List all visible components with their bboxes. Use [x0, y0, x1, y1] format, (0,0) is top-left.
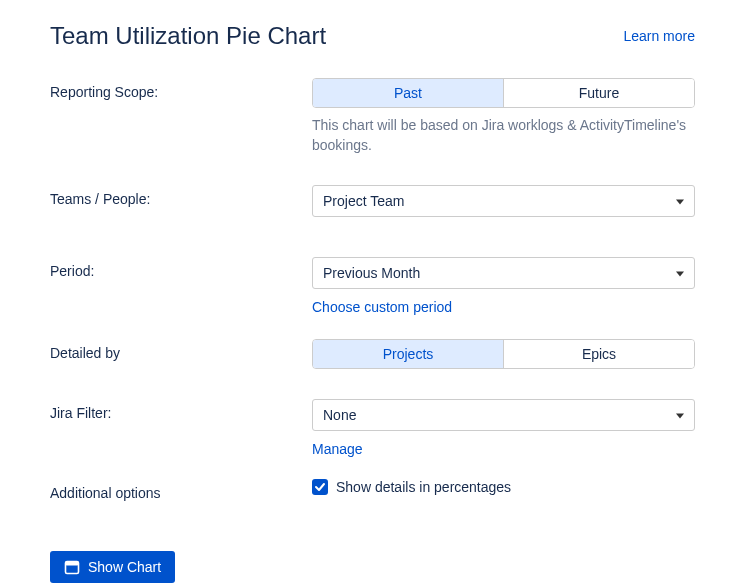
teams-select[interactable]: Project Team [312, 185, 695, 217]
scope-future-button[interactable]: Future [504, 79, 694, 107]
detailed-by-label: Detailed by [50, 339, 312, 361]
period-select-value: Previous Month [323, 265, 420, 281]
teams-label: Teams / People: [50, 185, 312, 207]
period-select[interactable]: Previous Month [312, 257, 695, 289]
jira-filter-row: Jira Filter: None Manage [50, 399, 695, 457]
show-chart-button[interactable]: Show Chart [50, 551, 175, 583]
teams-row: Teams / People: Project Team [50, 185, 695, 217]
calendar-icon [64, 559, 80, 575]
period-row: Period: Previous Month Choose custom per… [50, 257, 695, 315]
jira-filter-value: None [323, 407, 356, 423]
jira-filter-label: Jira Filter: [50, 399, 312, 421]
reporting-scope-label: Reporting Scope: [50, 78, 312, 100]
detailed-by-row: Detailed by Projects Epics [50, 339, 695, 369]
custom-period-link[interactable]: Choose custom period [312, 299, 452, 315]
detailed-by-toggle: Projects Epics [312, 339, 695, 369]
additional-options-label: Additional options [50, 479, 312, 501]
show-chart-label: Show Chart [88, 559, 161, 575]
show-details-checkbox[interactable] [312, 479, 328, 495]
header: Team Utilization Pie Chart Learn more [50, 22, 695, 50]
chart-config-form: Team Utilization Pie Chart Learn more Re… [0, 0, 745, 584]
svg-rect-1 [66, 562, 79, 566]
period-label: Period: [50, 257, 312, 279]
scope-help-text: This chart will be based on Jira worklog… [312, 116, 695, 155]
page-title: Team Utilization Pie Chart [50, 22, 326, 50]
show-details-label: Show details in percentages [336, 479, 511, 495]
reporting-scope-toggle: Past Future [312, 78, 695, 108]
manage-filter-link[interactable]: Manage [312, 441, 363, 457]
jira-filter-select[interactable]: None [312, 399, 695, 431]
teams-select-value: Project Team [323, 193, 404, 209]
scope-past-button[interactable]: Past [313, 79, 504, 107]
detailed-epics-button[interactable]: Epics [504, 340, 694, 368]
learn-more-link[interactable]: Learn more [623, 28, 695, 44]
additional-options-row: Additional options Show details in perce… [50, 479, 695, 501]
reporting-scope-row: Reporting Scope: Past Future This chart … [50, 78, 695, 155]
check-icon [314, 481, 326, 493]
detailed-projects-button[interactable]: Projects [313, 340, 504, 368]
